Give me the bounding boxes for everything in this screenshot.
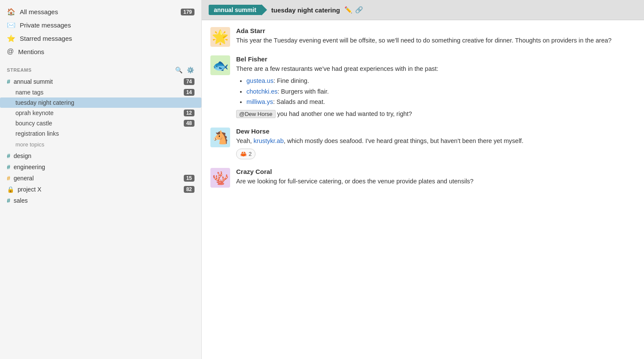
bel-fisher-outro: you had another one we had wanted to try…	[277, 110, 412, 117]
sidebar: 🏠 All messages 179 ✉️ Private messages ⭐…	[0, 0, 202, 359]
stream-label-sales: sales	[14, 197, 28, 204]
nav-label-starred-messages: Starred messages	[20, 35, 72, 42]
message-author-crazy-coral: Crazy Coral	[236, 168, 635, 175]
hash-icon-engineering: #	[7, 164, 10, 170]
badge-project-x: 82	[184, 186, 194, 193]
topic-label-tuesday-night-catering: tuesday night catering	[15, 99, 74, 106]
mention-tag-dew-horse: @Dew Horse	[236, 110, 276, 118]
edit-topic-icon[interactable]: ✏️	[344, 6, 352, 14]
avatar-emoji-dew-horse: 🐴	[213, 130, 228, 145]
streams-header: STREAMS 🔍 ⚙️	[0, 65, 201, 76]
hash-icon-general: #	[7, 175, 10, 182]
stream-item-sales[interactable]: # sales	[0, 195, 201, 206]
stream-label-engineering: engineering	[14, 164, 45, 170]
more-topics-text: more topics	[15, 141, 44, 148]
stream-item-design[interactable]: # design	[0, 150, 201, 161]
topic-label-name-tags: name tags	[15, 89, 43, 96]
message-content-bel-fisher: Bel Fisher There are a few restaurants w…	[236, 55, 635, 119]
message-text-dew-horse: Yeah, krustykr.ab, which mostly does sea…	[236, 137, 635, 159]
link-milliways[interactable]: milliwa.ys	[246, 98, 273, 105]
sidebar-item-mentions[interactable]: @ Mentions	[0, 45, 201, 58]
avatar-dew-horse: 🐴	[210, 128, 230, 147]
main-content: annual summit tuesday night catering ✏️ …	[202, 0, 644, 359]
message-content-ada-starr: Ada Starr This year the Tuesday evening …	[236, 27, 635, 46]
chat-area: 🌟 Ada Starr This year the Tuesday evenin…	[202, 20, 644, 359]
link-topic-icon[interactable]: 🔗	[355, 6, 363, 14]
topic-item-name-tags[interactable]: name tags 14	[0, 87, 201, 97]
more-topics-link[interactable]: more topics	[0, 139, 201, 150]
search-streams-icon[interactable]: 🔍	[175, 67, 183, 73]
avatar-bel-fisher: 🐟	[210, 55, 230, 75]
list-item-chotchkies: chotchki.es: Burgers with flair.	[246, 87, 635, 97]
stream-item-engineering[interactable]: # engineering	[0, 161, 201, 173]
breadcrumb: annual summit tuesday night catering ✏️ …	[202, 0, 644, 20]
topic-item-registration-links[interactable]: registration links	[0, 128, 201, 139]
topic-label-registration-links: registration links	[15, 130, 59, 137]
topic-item-oprah-keynote[interactable]: oprah keynote 12	[0, 108, 201, 118]
message-author-ada-starr: Ada Starr	[236, 27, 635, 34]
envelope-icon: ✉️	[7, 21, 15, 29]
avatar-emoji-ada-starr: 🌟	[212, 29, 229, 45]
nav-label-private-messages: Private messages	[20, 21, 71, 29]
stream-label-design: design	[14, 152, 31, 159]
breadcrumb-stream[interactable]: annual summit	[209, 5, 261, 15]
avatar-crazy-coral: 🪸	[210, 168, 230, 188]
badge-bouncy-castle: 48	[184, 120, 194, 127]
home-icon: 🏠	[7, 8, 15, 16]
topic-item-tuesday-night-catering[interactable]: tuesday night catering	[0, 97, 201, 108]
at-icon: @	[7, 48, 14, 55]
star-icon: ⭐	[7, 34, 15, 43]
reaction-emoji-crab: 🦀	[240, 150, 247, 158]
link-krustykr[interactable]: krustykr.ab	[254, 137, 284, 144]
stream-label-general: general	[14, 175, 34, 182]
stream-label-annual-summit: annual summit	[14, 78, 53, 85]
sidebar-item-private-messages[interactable]: ✉️ Private messages	[0, 18, 201, 32]
streams-header-actions: 🔍 ⚙️	[175, 67, 194, 73]
list-item-milliways: milliwa.ys: Salads and meat.	[246, 97, 635, 107]
nav-label-all-messages: All messages	[20, 8, 58, 15]
hash-icon-annual-summit: #	[7, 78, 10, 85]
link-chotchkies[interactable]: chotchki.es	[246, 88, 278, 95]
message-text-ada-starr: This year the Tuesday evening event will…	[236, 36, 635, 46]
message-body-ada-starr: This year the Tuesday evening event will…	[236, 37, 611, 44]
streams-label: STREAMS	[7, 67, 32, 73]
topic-label-bouncy-castle: bouncy castle	[15, 120, 52, 127]
nav-label-mentions: Mentions	[18, 48, 44, 55]
breadcrumb-actions: ✏️ 🔗	[344, 6, 363, 14]
message-content-dew-horse: Dew Horse Yeah, krustykr.ab, which mostl…	[236, 128, 635, 159]
topic-item-bouncy-castle[interactable]: bouncy castle 48	[0, 118, 201, 128]
badge-general: 15	[184, 175, 194, 182]
link-gustea[interactable]: gustea.us	[246, 77, 273, 84]
list-item-gustea: gustea.us: Fine dining.	[246, 76, 635, 86]
message-author-dew-horse: Dew Horse	[236, 128, 635, 135]
reaction-crab[interactable]: 🦀 2	[236, 149, 255, 160]
reaction-count-crab: 2	[249, 150, 252, 158]
bel-fisher-list: gustea.us: Fine dining. chotchki.es: Bur…	[236, 76, 635, 107]
message-text-crazy-coral: Are we looking for full-service catering…	[236, 177, 635, 186]
avatar-emoji-crazy-coral: 🪸	[213, 170, 228, 186]
badge-oprah-keynote: 12	[184, 110, 194, 116]
sidebar-item-starred-messages[interactable]: ⭐ Starred messages	[0, 32, 201, 45]
message-author-bel-fisher: Bel Fisher	[236, 55, 635, 63]
message-block-ada-starr: 🌟 Ada Starr This year the Tuesday evenin…	[210, 27, 635, 47]
dew-horse-text-after: , which mostly does seafood. I've heard …	[284, 137, 523, 144]
dew-horse-text-before: Yeah,	[236, 137, 254, 144]
avatar-emoji-bel-fisher: 🐟	[213, 58, 228, 73]
stream-item-project-x[interactable]: 🔒 project X 82	[0, 184, 201, 195]
settings-streams-icon[interactable]: ⚙️	[187, 67, 194, 73]
lock-icon-project-x: 🔒	[7, 186, 14, 193]
stream-label-project-x: project X	[18, 186, 41, 193]
badge-annual-summit: 74	[184, 78, 194, 85]
badge-name-tags: 14	[184, 89, 194, 96]
avatar-ada-starr: 🌟	[210, 27, 230, 47]
stream-item-annual-summit[interactable]: # annual summit 74	[0, 76, 201, 87]
hash-icon-sales: #	[7, 197, 10, 204]
message-block-dew-horse: 🐴 Dew Horse Yeah, krustykr.ab, which mos…	[210, 128, 635, 159]
breadcrumb-chevron	[261, 4, 267, 15]
stream-item-general[interactable]: # general 15	[0, 173, 201, 184]
message-block-bel-fisher: 🐟 Bel Fisher There are a few restaurants…	[210, 55, 635, 119]
message-text-bel-fisher: There are a few restaurants we've had gr…	[236, 64, 635, 119]
message-body-crazy-coral: Are we looking for full-service catering…	[236, 178, 474, 185]
breadcrumb-topic[interactable]: tuesday night catering	[271, 6, 340, 14]
sidebar-item-all-messages[interactable]: 🏠 All messages 179	[0, 5, 201, 18]
